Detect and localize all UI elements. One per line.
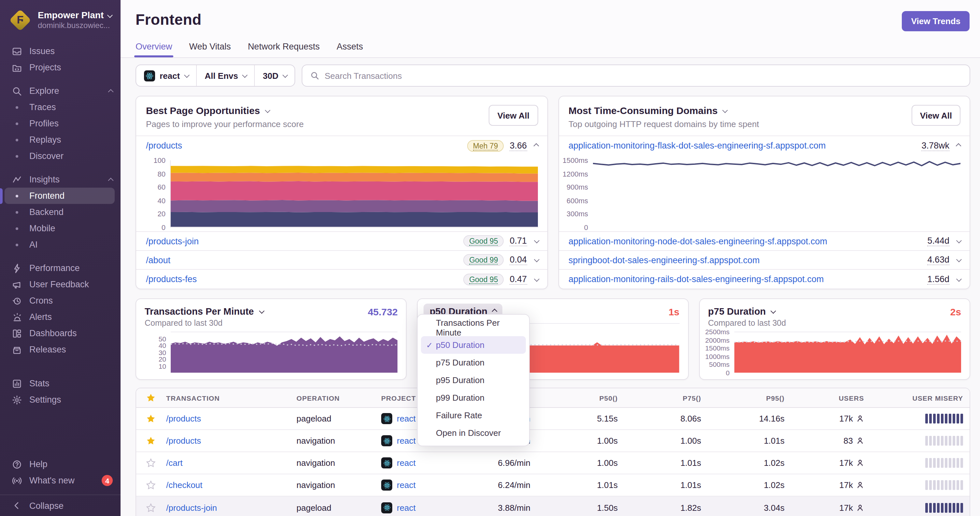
chevron-up-icon[interactable]	[533, 143, 539, 149]
sidebar-item-traces[interactable]: Traces	[0, 99, 121, 115]
project-filter[interactable]: react	[136, 65, 196, 86]
project-link[interactable]: react	[397, 458, 416, 468]
chevron-up-icon[interactable]	[956, 143, 961, 149]
sidebar-item-stats[interactable]: Stats	[0, 375, 121, 392]
metric-menu-item[interactable]: ✓ p50 Duration	[421, 336, 526, 354]
sidebar-item-performance[interactable]: Performance	[0, 260, 121, 276]
chevron-down-icon[interactable]	[956, 238, 962, 243]
best-pages-title[interactable]: Best Page Opportunities	[146, 105, 304, 116]
sidebar-item-frontend[interactable]: Frontend	[5, 187, 115, 204]
search-transactions[interactable]	[302, 65, 970, 87]
sidebar-item-mobile[interactable]: Mobile	[0, 220, 121, 237]
page-row-expanded[interactable]: /products Meh 79 3.66	[136, 136, 547, 155]
project-link[interactable]: react	[397, 414, 416, 424]
metric-menu-item[interactable]: Failure Rate	[418, 406, 529, 424]
col-p50[interactable]: P50()	[536, 394, 623, 402]
chevron-down-icon[interactable]	[534, 257, 539, 262]
sidebar-item-collapse[interactable]: Collapse	[0, 494, 121, 511]
row-link[interactable]: springboot-dot-sales-engineering-sf.apps…	[568, 255, 760, 265]
sidebar-item-insights[interactable]: Insights	[0, 171, 121, 187]
row-link[interactable]: /products-fes	[146, 274, 197, 284]
p75-metric-selector[interactable]: p75 Duration	[708, 306, 786, 317]
col-users[interactable]: Users	[790, 394, 869, 402]
star-icon[interactable]	[146, 503, 156, 513]
environment-filter[interactable]: All Envs	[196, 65, 255, 86]
sidebar-item-replays[interactable]: Replays	[0, 132, 121, 148]
project-link[interactable]: react	[397, 503, 416, 513]
domains-view-all-button[interactable]: View All	[912, 105, 961, 126]
best-pages-view-all-button[interactable]: View All	[489, 105, 538, 126]
domain-row-expanded[interactable]: application-monitoring-flask-dot-sales-e…	[559, 136, 970, 155]
sidebar-item-projects[interactable]: Projects	[0, 59, 121, 76]
list-row[interactable]: springboot-dot-sales-engineering-sf.apps…	[559, 251, 970, 270]
project-link[interactable]: react	[397, 436, 416, 446]
sidebar-item-issues[interactable]: Issues	[0, 43, 121, 59]
metric-menu-item[interactable]: Transactions Per Minute	[418, 319, 529, 336]
chevron-down-icon[interactable]	[956, 276, 962, 281]
sidebar-item-discover[interactable]: Discover	[0, 148, 121, 164]
row-link[interactable]: application-monitoring-rails-dot-sales-e…	[568, 274, 824, 284]
col-p75[interactable]: P75()	[623, 394, 706, 402]
star-icon[interactable]	[146, 480, 156, 490]
tab-overview[interactable]: Overview	[135, 42, 172, 57]
sidebar-item-what-s-new[interactable]: What's new4	[0, 472, 121, 489]
transaction-link[interactable]: /checkout	[166, 480, 202, 490]
chevron-down-icon[interactable]	[956, 257, 962, 262]
sidebar-item-alerts[interactable]: Alerts	[0, 309, 121, 325]
star-icon[interactable]	[146, 458, 156, 468]
metric-menu-item[interactable]: p99 Duration	[418, 389, 529, 406]
tpm-metric-selector[interactable]: Transactions Per Minute	[145, 306, 263, 317]
transaction-link[interactable]: /products	[146, 141, 182, 151]
tab-web-vitals[interactable]: Web Vitals	[189, 42, 231, 57]
tab-assets[interactable]: Assets	[337, 42, 363, 57]
col-transaction[interactable]: Transaction	[161, 394, 291, 402]
project-link[interactable]: react	[397, 480, 416, 490]
sidebar-item-backend[interactable]: Backend	[0, 204, 121, 220]
view-trends-button[interactable]: View Trends	[902, 11, 970, 31]
table-row[interactable]: /products pageload react /min 5.15s 8.06…	[136, 408, 970, 430]
transaction-link[interactable]: /cart	[166, 458, 183, 468]
row-link[interactable]: application-monitoring-node-dot-sales-en…	[568, 236, 827, 246]
chevron-down-icon[interactable]	[534, 238, 539, 243]
list-row[interactable]: /products-join Good 95 0.71	[136, 232, 547, 251]
domain-link[interactable]: application-monitoring-flask-dot-sales-e…	[568, 141, 826, 151]
sidebar-item-dashboards[interactable]: Dashboards	[0, 325, 121, 341]
star-icon[interactable]	[146, 393, 156, 403]
table-row[interactable]: /checkout navigation react 6.24/min 1.01…	[136, 474, 970, 497]
sidebar-item-profiles[interactable]: Profiles	[0, 115, 121, 132]
metric-menu-item[interactable]: Open in Discover	[418, 424, 529, 442]
transaction-link[interactable]: /products-join	[166, 503, 217, 513]
table-row[interactable]: /products-join pageload react 3.88/min 1…	[136, 497, 970, 516]
date-range-filter[interactable]: 30D	[255, 65, 295, 86]
sidebar-item-crons[interactable]: Crons	[0, 292, 121, 309]
col-user-misery[interactable]: User Misery	[869, 394, 968, 402]
star-icon[interactable]	[146, 414, 156, 424]
sidebar-item-settings[interactable]: Settings	[0, 392, 121, 408]
transaction-link[interactable]: /products	[166, 436, 201, 446]
list-row[interactable]: application-monitoring-node-dot-sales-en…	[559, 232, 970, 251]
metric-menu-item[interactable]: p95 Duration	[418, 372, 529, 389]
col-operation[interactable]: Operation	[291, 394, 376, 402]
search-input[interactable]	[325, 71, 962, 81]
table-row[interactable]: /cart navigation react 6.96/min 1.00s 1.…	[136, 452, 970, 474]
list-row[interactable]: /about Good 99 0.04	[136, 251, 547, 270]
col-p95[interactable]: P95()	[706, 394, 790, 402]
table-row[interactable]: /products navigation react /min 1.00s 1.…	[136, 430, 970, 452]
list-row[interactable]: /products-fes Good 95 0.47	[136, 270, 547, 289]
sidebar-item-help[interactable]: Help	[0, 456, 121, 472]
row-link[interactable]: /products-join	[146, 236, 199, 246]
star-icon[interactable]	[146, 436, 156, 446]
tab-network-requests[interactable]: Network Requests	[248, 42, 320, 57]
domains-title[interactable]: Most Time-Consuming Domains	[568, 105, 759, 116]
org-switcher[interactable]: Ϝ Empower Plant dominik.buszowiec...	[0, 0, 121, 38]
list-row[interactable]: application-monitoring-rails-dot-sales-e…	[559, 270, 970, 289]
transaction-link[interactable]: /products	[166, 414, 201, 424]
sidebar-item-user-feedback[interactable]: User Feedback	[0, 276, 121, 292]
row-link[interactable]: /about	[146, 255, 170, 265]
sidebar-item-releases[interactable]: Releases	[0, 341, 121, 358]
sidebar-item-ai[interactable]: AI	[0, 237, 121, 253]
p75-value: 2s	[950, 306, 961, 317]
chevron-down-icon[interactable]	[534, 276, 539, 281]
sidebar-item-explore[interactable]: Explore	[0, 83, 121, 99]
metric-menu-item[interactable]: p75 Duration	[418, 354, 529, 372]
